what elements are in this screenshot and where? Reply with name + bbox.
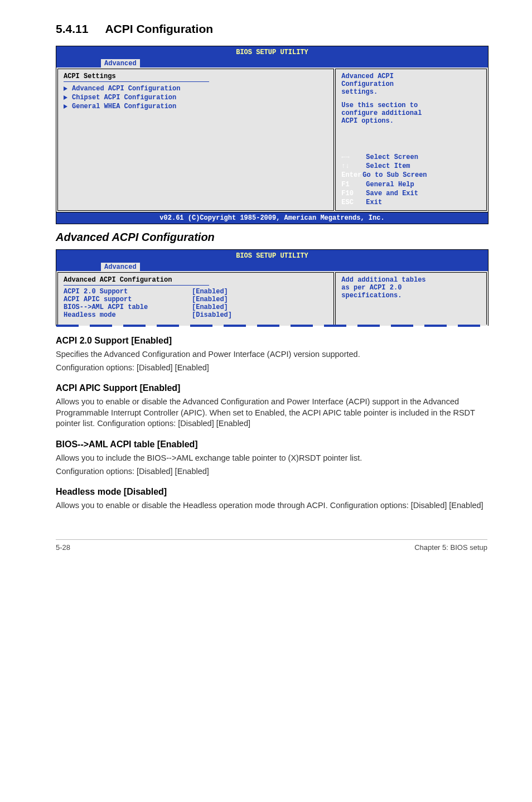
bios-left-title: Advanced ACPI Configuration [64, 276, 328, 284]
nav-key-sym: F1 [341, 180, 366, 189]
menu-item-advanced-acpi[interactable]: Advanced ACPI Configuration [64, 84, 328, 93]
setting-acpi-apic[interactable]: ACPI APIC support[Enabled] [64, 296, 328, 303]
bios-utility-title: BIOS SETUP UTILITY [56, 49, 488, 56]
bios-right-pane: Add additional tables as per ACPI 2.0 sp… [335, 272, 487, 325]
bios-footer: v02.61 (C)Copyright 1985-2009, American … [56, 212, 488, 224]
divider [64, 285, 209, 286]
chapter-label: Chapter 5: BIOS setup [414, 543, 487, 552]
help-line: configure additional [341, 109, 481, 117]
setting-bios-aml[interactable]: BIOS-->AML ACPI table[Enabled] [64, 303, 328, 311]
setting-label: ACPI APIC support [64, 296, 192, 303]
body-text: Configuration options: [Disabled] [Enabl… [56, 466, 487, 477]
menu-label: General WHEA Configuration [72, 103, 176, 110]
body-text: Allows you to enable or disable the Adva… [56, 397, 487, 429]
bios-right-pane: Advanced ACPI Configuration settings. Us… [335, 69, 487, 211]
help-text: Advanced ACPI Configuration settings. Us… [341, 73, 481, 125]
section-title-bios-aml: BIOS-->AML ACPI table [Enabled] [56, 439, 487, 450]
setting-label: BIOS-->AML ACPI table [64, 303, 192, 311]
nav-key-sym: F10 [341, 189, 366, 198]
setting-label: ACPI 2.0 Support [64, 288, 192, 296]
bios-screen-acpi-settings: BIOS SETUP UTILITY Advanced ACPI Setting… [56, 46, 489, 224]
nav-key-sym: ESC [341, 198, 366, 207]
body-text: Allows you to enable or disable the Head… [56, 500, 487, 511]
bios-left-pane: ACPI Settings Advanced ACPI Configuratio… [57, 69, 334, 211]
bios-tab-advanced[interactable]: Advanced [101, 263, 140, 271]
help-line: specifications. [341, 292, 481, 299]
menu-label: Advanced ACPI Configuration [72, 85, 180, 93]
section-title-headless: Headless mode [Disabled] [56, 487, 487, 497]
bios-left-pane: Advanced ACPI Configuration ACPI 2.0 Sup… [57, 272, 334, 325]
nav-key-label: Exit [366, 199, 382, 206]
triangle-icon [64, 86, 67, 91]
bios-tab-advanced[interactable]: Advanced [101, 59, 140, 67]
divider [64, 81, 209, 82]
setting-acpi20[interactable]: ACPI 2.0 Support[Enabled] [64, 288, 328, 296]
triangle-icon [64, 104, 67, 109]
help-line: ACPI options. [341, 117, 481, 125]
body-text: Allows you to include the BIOS-->AML exc… [56, 453, 487, 464]
bios-title-bar: BIOS SETUP UTILITY Advanced [56, 250, 488, 271]
setting-value: [Enabled] [192, 288, 228, 296]
setting-value: [Disabled] [192, 311, 232, 319]
help-line: Configuration [341, 80, 481, 88]
page-footer: 5-28 Chapter 5: BIOS setup [56, 539, 487, 552]
spacer [341, 96, 481, 102]
nav-key-label: General Help [366, 181, 414, 189]
bios-title-bar: BIOS SETUP UTILITY Advanced [56, 46, 488, 67]
bios-utility-title: BIOS SETUP UTILITY [56, 252, 488, 260]
heading-title: ACPI Configuration [105, 22, 213, 35]
help-line: settings. [341, 88, 481, 96]
body-text: Specifies the Advanced Configuration and… [56, 349, 487, 360]
nav-key-label: Save and Exit [366, 190, 418, 197]
setting-label: Headless mode [64, 311, 192, 319]
bios-left-title: ACPI Settings [64, 73, 328, 80]
menu-item-chipset-acpi[interactable]: Chipset ACPI Configuration [64, 93, 328, 102]
menu-label: Chipset ACPI Configuration [72, 94, 176, 102]
heading-number: 5.4.11 [56, 22, 88, 35]
setting-value: [Enabled] [192, 303, 228, 311]
setting-headless[interactable]: Headless mode[Disabled] [64, 311, 328, 319]
subheading-advanced-acpi: Advanced ACPI Configuration [56, 231, 487, 244]
nav-key-sym: ↑↓ [341, 162, 366, 171]
nav-keys: ←→Select Screen ↑↓Select Item EnterGo to… [341, 153, 481, 207]
help-line: Use this section to [341, 102, 481, 109]
nav-key-label: Select Screen [366, 153, 418, 161]
help-line: as per ACPI 2.0 [341, 284, 481, 292]
section-title-acpi20: ACPI 2.0 Support [Enabled] [56, 336, 487, 346]
help-line: Advanced ACPI [341, 73, 481, 80]
triangle-icon [64, 95, 67, 100]
setting-value: [Enabled] [192, 296, 228, 303]
nav-key-label: Go to Sub Screen [362, 171, 427, 179]
menu-item-general-whea[interactable]: General WHEA Configuration [64, 102, 328, 111]
body-text: Configuration options: [Disabled] [Enabl… [56, 363, 487, 374]
page-number: 5-28 [56, 543, 70, 552]
nav-key-sym: ←→ [341, 153, 366, 162]
help-line: Add additional tables [341, 276, 481, 284]
section-title-acpi-apic: ACPI APIC Support [Enabled] [56, 383, 487, 393]
bios-screen-advanced-acpi: BIOS SETUP UTILITY Advanced Advanced ACP… [56, 249, 489, 326]
nav-key-label: Select Item [366, 162, 410, 170]
page-heading: 5.4.11ACPI Configuration [56, 22, 487, 36]
